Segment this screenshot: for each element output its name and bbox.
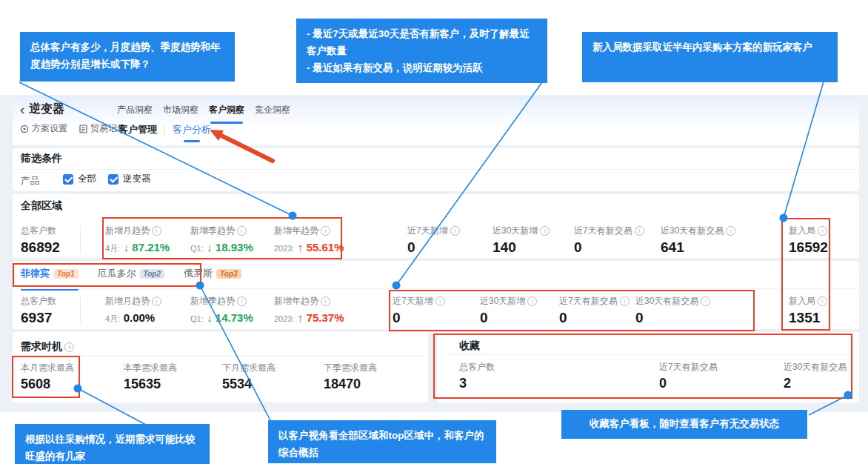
demand-title: 需求时机 — [21, 340, 74, 354]
trend-value: 0.00% — [124, 311, 156, 324]
annotation-favorites: 收藏客户看板，随时查看客户有无交易状态 — [561, 410, 807, 439]
stat-value: 5534 — [222, 377, 276, 392]
tab-customer-insight[interactable]: 客户洞察 — [209, 104, 244, 121]
filter-row-label: 产品 — [21, 175, 39, 188]
quarter-trend-col: 新增季趋势 Q1: ↓ 14.73% — [190, 295, 253, 325]
info-icon[interactable] — [726, 226, 735, 236]
all-region-title: 全部区域 — [21, 199, 62, 213]
info-icon[interactable] — [237, 296, 247, 306]
stat-value: 0 — [407, 239, 460, 256]
stat-value: 140 — [493, 239, 550, 256]
trend-label: 新增季趋势 — [190, 296, 235, 306]
country-tabs-divider — [13, 288, 859, 289]
top3-badge: Top3 — [216, 269, 241, 279]
stat-label: 近30天新增 — [493, 225, 538, 236]
demand-this-quarter-col: 本季需求最高 15635 — [124, 362, 177, 392]
plan-settings-label: 方案设置 — [32, 122, 67, 135]
trade-7d-col: 近7天有新交易 0 — [574, 225, 644, 256]
highlight-favorites-box — [433, 334, 852, 399]
target-icon — [20, 125, 29, 133]
highlight-trends-box — [102, 217, 342, 259]
info-icon[interactable] — [152, 296, 161, 306]
total-customers-col: 总客户数 86892 — [21, 225, 60, 256]
new-30d-col: 近30天新增 140 — [493, 225, 550, 256]
tab-customer-analysis[interactable]: 客户分析 — [173, 123, 211, 136]
stat-label: 近30天有新交易 — [661, 225, 724, 236]
info-icon[interactable] — [321, 296, 330, 306]
checkbox-checked-icon[interactable] — [108, 174, 118, 185]
total-customers-col: 总客户数 6937 — [21, 295, 56, 326]
stat-label: 本季需求最高 — [124, 362, 177, 374]
breadcrumb: ‹ 逆变器 — [20, 102, 64, 117]
product-filter-options: 全部 逆变器 — [63, 173, 151, 185]
tab-competitor-insight[interactable]: 竞企洞察 — [255, 104, 290, 121]
month-trend-col: 新增月趋势 4月: 0.00% — [105, 295, 161, 325]
annotation-recent-activity: - 最近7天或最近30天是否有新客户，及时了解最近客户数量 - 最近如果有新交易… — [296, 19, 547, 83]
tab-product-insight[interactable]: 产品洞察 — [117, 104, 153, 121]
trend-label: 新增年趋势 — [274, 296, 318, 306]
highlight-recent-stats-box — [389, 290, 755, 331]
annotation-new-entrant: 新入局数据采取近半年内采购本方案的新玩家客户 — [582, 32, 838, 82]
highlight-country-tabs-box — [13, 263, 201, 287]
stat-value: 15635 — [124, 377, 177, 392]
plan-settings-button[interactable]: 方案设置 — [20, 122, 67, 135]
stat-value: 0 — [574, 239, 644, 256]
document-icon — [79, 125, 87, 133]
stat-value: 6937 — [21, 310, 56, 326]
new-7d-col: 近7天新增 0 — [407, 225, 460, 256]
tab-customer-management[interactable]: 客户管理 — [118, 123, 157, 136]
checkbox-inverter-label: 逆变器 — [123, 173, 151, 185]
info-icon[interactable] — [635, 226, 644, 236]
checkbox-checked-icon[interactable] — [63, 174, 73, 185]
trend-prefix: 2023: — [274, 314, 295, 323]
trend-prefix: Q1: — [190, 314, 204, 323]
stat-value: 641 — [661, 239, 735, 256]
filter-divider — [13, 169, 859, 170]
stat-label: 下月需求最高 — [222, 362, 276, 374]
column-divider — [80, 296, 81, 323]
annotation-demand: 根据以往采购情况，近期需求可能比较旺盛的有几家 — [15, 424, 210, 464]
up-arrow-icon: ↑ — [298, 311, 304, 324]
top-tabs: 产品洞察 市场洞察 客户洞察 竞企洞察 — [117, 104, 290, 121]
annotation-overall-trends: 总体客户有多少，月度趋势、季度趋势和年度趋势分别是增长或下降？ — [20, 32, 235, 82]
demand-next-month-col: 下月需求最高 5534 — [222, 362, 276, 392]
screenshot-canvas: ‹ 逆变器 产品洞察 市场洞察 客户洞察 竞企洞察 方案设置 贸易记录 客户管理 — [0, 0, 868, 464]
checkbox-all-label: 全部 — [78, 173, 96, 185]
stat-label: 总客户数 — [21, 225, 60, 237]
down-arrow-icon: ↓ — [207, 311, 213, 324]
tab-market-insight[interactable]: 市场洞察 — [163, 104, 198, 121]
checkbox-inverter[interactable]: 逆变器 — [108, 173, 151, 185]
trend-value: 75.37% — [307, 311, 344, 324]
checkbox-all[interactable]: 全部 — [63, 173, 96, 185]
stat-label: 下季需求最高 — [324, 362, 377, 374]
trend-label: 新增月趋势 — [105, 296, 150, 306]
trend-prefix: 4月: — [105, 314, 120, 323]
annotation-customer-view: 以客户视角看全部区域和top区域中，和客户的综合概括 — [268, 420, 496, 463]
stat-label: 近7天新增 — [407, 225, 448, 236]
stat-value: 86892 — [21, 239, 60, 256]
stat-value: 18470 — [324, 377, 377, 392]
filter-title: 筛选条件 — [21, 152, 62, 165]
stat-label: 近7天有新交易 — [574, 225, 632, 236]
highlight-demand-box — [12, 356, 80, 398]
info-icon[interactable] — [450, 226, 460, 236]
stat-label: 总客户数 — [21, 295, 56, 308]
year-trend-col: 新增年趋势 2023: ↑ 75.37% — [274, 295, 344, 325]
sub-tabs: 客户管理 客户分析 — [118, 123, 211, 136]
subtab-divider — [164, 125, 165, 134]
info-icon[interactable] — [540, 226, 550, 236]
page-title: 逆变器 — [29, 102, 64, 117]
column-divider — [80, 226, 81, 253]
info-icon[interactable] — [64, 342, 74, 352]
header-tools: 方案设置 贸易记录 — [20, 122, 126, 135]
highlight-new-entrant-box — [781, 218, 830, 331]
back-icon[interactable]: ‹ — [20, 104, 24, 116]
demand-next-quarter-col: 下季需求最高 18470 — [324, 362, 377, 392]
trend-value: 14.73% — [216, 311, 253, 324]
trade-30d-col: 近30天有新交易 641 — [661, 225, 735, 256]
